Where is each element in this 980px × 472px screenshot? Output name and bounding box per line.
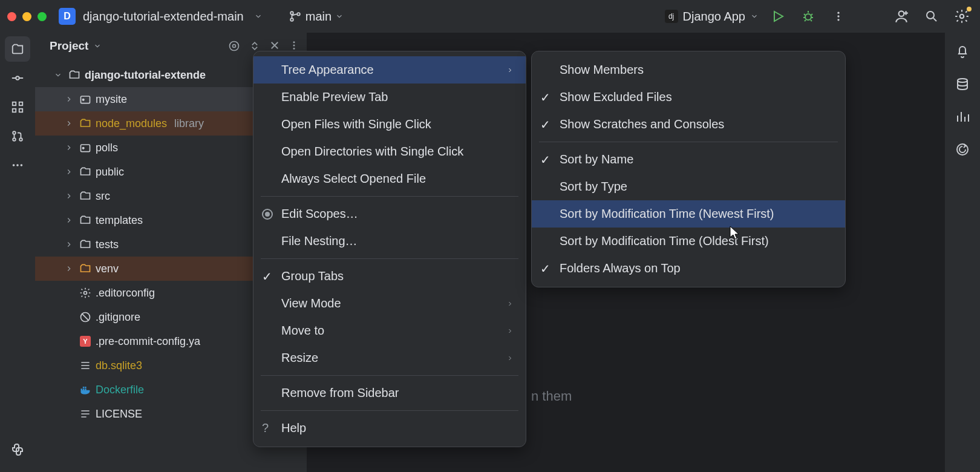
menu-folders-always-on-top[interactable]: ✓Folders Always on Top	[532, 255, 845, 282]
menu-help[interactable]: ? Help	[253, 415, 526, 442]
svg-point-30	[82, 148, 84, 149]
menu-tree-appearance[interactable]: Tree Appearance	[253, 56, 526, 84]
menu-show-members[interactable]: Show Members	[532, 56, 845, 84]
settings-button[interactable]	[951, 5, 973, 27]
menu-sort-by-type[interactable]: Sort by Type	[532, 173, 845, 200]
tree-label: venv	[96, 263, 119, 275]
menu-move-to[interactable]: Move to	[253, 317, 526, 344]
tree-hint: library	[174, 117, 204, 130]
code-with-me-button[interactable]	[890, 5, 912, 27]
svg-point-26	[293, 48, 295, 50]
menu-label: Sort by Type	[560, 180, 627, 194]
menu-enable-preview-tab[interactable]: Enable Preview Tab	[253, 84, 526, 111]
check-icon: ✓	[540, 152, 550, 167]
menu-label: Show Members	[560, 63, 644, 77]
pull-requests-tool-button[interactable]	[5, 123, 30, 149]
editor-hint-text: n them	[531, 388, 572, 404]
svg-point-34	[957, 144, 968, 155]
svg-point-6	[837, 15, 839, 17]
tree-label: LICENSE	[96, 408, 142, 421]
folder-icon	[79, 262, 92, 275]
notifications-button[interactable]	[950, 39, 975, 64]
maximize-window-icon[interactable]	[38, 12, 47, 21]
tree-label: .gitignore	[96, 311, 140, 324]
tree-label: polls	[96, 142, 118, 154]
menu-group-tabs[interactable]: ✓ Group Tabs	[253, 263, 526, 290]
menu-label: Tree Appearance	[281, 63, 374, 77]
chevron-down-icon[interactable]	[93, 42, 102, 50]
django-icon: dj	[665, 10, 678, 23]
run-button[interactable]	[767, 5, 789, 27]
search-everywhere-button[interactable]	[921, 5, 942, 27]
menu-file-nesting[interactable]: File Nesting…	[253, 228, 526, 255]
run-config-name: Django App	[683, 10, 745, 24]
branch-name: main	[305, 10, 332, 24]
services-tool-button[interactable]	[950, 137, 975, 162]
database-icon	[79, 359, 92, 372]
docker-icon	[79, 383, 92, 396]
close-window-icon[interactable]	[7, 12, 16, 21]
menu-separator	[261, 258, 518, 259]
chevron-down-icon	[52, 71, 64, 79]
menu-sort-by-name[interactable]: ✓Sort by Name	[532, 146, 845, 173]
expand-all-icon[interactable]	[249, 40, 261, 52]
menu-sort-by-mod-newest[interactable]: Sort by Modification Time (Newest First)	[532, 200, 845, 228]
collapse-all-icon[interactable]	[269, 40, 280, 51]
tree-label: db.sqlite3	[96, 359, 142, 372]
top-bar: D django-tutorial-extended-main main dj …	[0, 0, 980, 33]
select-opened-file-icon[interactable]	[228, 40, 240, 52]
branch-selector[interactable]: main	[289, 10, 344, 24]
menu-always-select-opened[interactable]: Always Select Opened File	[253, 165, 526, 192]
database-tool-button[interactable]	[950, 71, 975, 97]
project-dropdown-icon[interactable]	[252, 10, 264, 22]
chevron-down-icon	[750, 12, 759, 21]
menu-resize[interactable]: Resize	[253, 344, 526, 372]
minimize-window-icon[interactable]	[22, 12, 31, 21]
menu-show-scratches-consoles[interactable]: ✓Show Scratches and Consoles	[532, 111, 845, 138]
menu-open-dirs-single-click[interactable]: Open Directories with Single Click	[253, 138, 526, 165]
chevron-right-icon	[63, 264, 75, 273]
debug-button[interactable]	[797, 5, 819, 27]
panel-options-menu: Tree Appearance Enable Preview Tab Open …	[253, 51, 526, 447]
yaml-icon: Y	[79, 335, 92, 348]
menu-label: Sort by Name	[560, 152, 633, 166]
menu-label: Enable Preview Tab	[281, 90, 388, 104]
svg-point-28	[82, 99, 84, 101]
structure-tool-button[interactable]	[5, 94, 30, 120]
tree-label: .editorconfig	[96, 287, 155, 300]
project-name[interactable]: django-tutorial-extended-main	[83, 10, 244, 24]
branch-icon	[289, 10, 302, 23]
menu-separator	[539, 142, 838, 142]
python-console-button[interactable]	[5, 437, 30, 462]
radio-icon	[262, 209, 273, 220]
panel-title[interactable]: Project	[50, 39, 88, 53]
check-icon: ✓	[540, 117, 550, 132]
project-tool-button[interactable]	[5, 36, 30, 62]
folder-icon	[79, 238, 92, 251]
menu-view-mode[interactable]: View Mode	[253, 290, 526, 317]
more-tools-button[interactable]	[5, 152, 30, 178]
run-config-selector[interactable]: dj Django App	[665, 10, 759, 24]
panel-options-icon[interactable]	[289, 40, 299, 51]
svg-point-16	[13, 131, 16, 134]
menu-show-excluded-files[interactable]: ✓Show Excluded Files	[532, 84, 845, 111]
svg-point-22	[230, 42, 239, 51]
menu-sort-by-mod-oldest[interactable]: Sort by Modification Time (Oldest First)	[532, 228, 845, 255]
menu-remove-from-sidebar[interactable]: Remove from Sidebar	[253, 379, 526, 407]
chevron-right-icon	[63, 168, 75, 176]
menu-label: Resize	[281, 351, 318, 365]
svg-point-1	[290, 18, 293, 21]
tree-label: node_modules	[96, 117, 167, 130]
svg-point-8	[899, 11, 904, 16]
menu-open-files-single-click[interactable]: Open Files with Single Click	[253, 111, 526, 138]
package-icon	[79, 141, 92, 154]
ignore-icon	[79, 310, 92, 324]
endpoints-tool-button[interactable]	[950, 104, 975, 129]
menu-edit-scopes[interactable]: Edit Scopes…	[253, 200, 526, 228]
folder-icon	[68, 68, 81, 82]
tree-label: Dockerfile	[96, 384, 144, 396]
menu-label: Edit Scopes…	[281, 207, 358, 221]
commit-tool-button[interactable]	[5, 65, 30, 91]
chevron-right-icon	[63, 192, 75, 200]
more-actions-button[interactable]	[828, 5, 849, 27]
